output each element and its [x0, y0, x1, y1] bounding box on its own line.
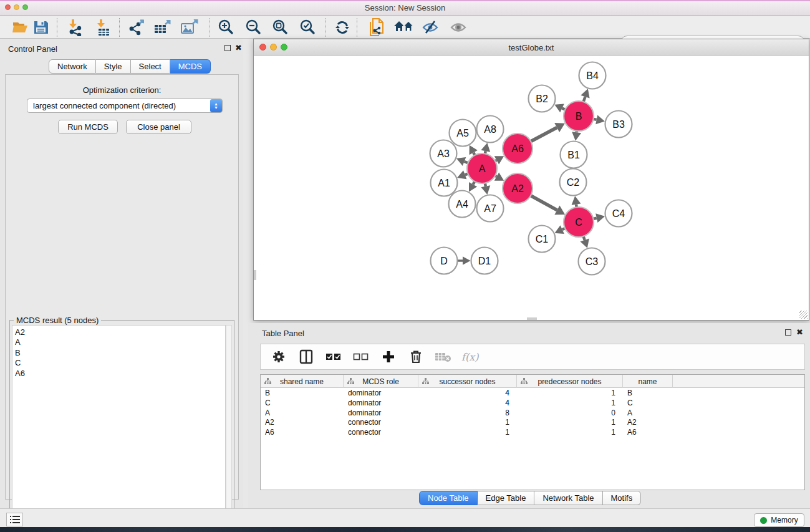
graph-edge-arrowhead: [572, 196, 581, 205]
control-panel-title: Control Panel: [8, 44, 57, 54]
column-header-predecessor-nodes[interactable]: predecessor nodes: [517, 375, 623, 388]
graph-node-label: A1: [438, 178, 450, 188]
mcds-result-list[interactable]: A2ABCA6: [12, 325, 226, 530]
tab-style[interactable]: Style: [96, 59, 131, 74]
tab-network-table[interactable]: Network Table: [534, 491, 602, 505]
memory-button[interactable]: Memory: [754, 513, 804, 527]
graph-node-label: D1: [478, 256, 491, 266]
mcds-result-groupbox: MCDS result (5 nodes) A2ABCA6: [9, 320, 234, 532]
zoom-out-icon[interactable]: [243, 18, 264, 37]
mcds-result-item[interactable]: B: [15, 348, 225, 358]
table-cell: A6: [261, 428, 344, 438]
mcds-result-title: MCDS result (5 nodes): [14, 316, 101, 325]
zoom-selected-icon[interactable]: [297, 18, 318, 37]
table-cell: dominator: [344, 389, 418, 399]
network-window-title: testGlobe.txt: [254, 43, 809, 52]
home-icon[interactable]: [393, 18, 415, 37]
refresh-icon[interactable]: [332, 18, 353, 37]
network-view-window: testGlobe.txt B4B2BB3A8A5A6A3B1AC2A1A2A4…: [253, 39, 809, 321]
select-all-columns-icon[interactable]: [324, 348, 343, 365]
network-window-titlebar[interactable]: testGlobe.txt: [254, 39, 809, 56]
export-image-icon[interactable]: [179, 18, 200, 37]
table-cell: 1: [517, 399, 623, 409]
float-table-panel-icon[interactable]: [785, 329, 791, 336]
mcds-list-scrollbar[interactable]: [226, 325, 232, 530]
mcds-tab-content: Optimization criterion: largest connecte…: [5, 74, 239, 500]
graph-node-label: A3: [437, 148, 450, 159]
table-panel-tabs: Node Table Edge Table Network Table Moti…: [419, 491, 641, 505]
table-cell: C: [623, 399, 673, 409]
graph-node-label: B4: [586, 70, 599, 81]
graph-node-label: A2: [511, 183, 524, 194]
zoom-fit-icon[interactable]: [269, 18, 291, 37]
table-panel-title: Table Panel: [262, 329, 304, 338]
column-header-name[interactable]: name: [623, 375, 673, 388]
table-row[interactable]: Cdominator41C: [261, 399, 804, 409]
network-graph-canvas[interactable]: B4B2BB3A8A5A6A3B1AC2A1A2A4A7C4CC1C3DD1: [254, 56, 809, 320]
graph-node-label: D: [440, 256, 448, 266]
graph-node-label: A6: [511, 143, 524, 154]
table-row[interactable]: A2connector11A2: [261, 418, 804, 428]
float-panel-icon[interactable]: [224, 45, 231, 51]
export-table-icon[interactable]: [152, 18, 173, 37]
tab-select[interactable]: Select: [131, 59, 170, 74]
tab-motifs[interactable]: Motifs: [603, 491, 642, 505]
column-header-mcds-role[interactable]: MCDS role: [344, 375, 418, 388]
desktop-background-strip: [0, 527, 810, 532]
graph-edge-arrowhead: [463, 256, 471, 264]
tree-icon: [264, 378, 271, 385]
list-icon: [10, 516, 20, 524]
table-cell: A: [261, 409, 344, 418]
mcds-result-item[interactable]: A6: [15, 369, 225, 379]
save-session-icon[interactable]: [31, 18, 52, 37]
show-graphics-details-icon[interactable]: [448, 18, 470, 37]
table-cell: 4: [418, 399, 517, 409]
open-session-icon[interactable]: [10, 18, 31, 37]
table-row[interactable]: Adominator80A: [261, 409, 804, 418]
table-options-gear-icon[interactable]: [269, 348, 288, 365]
show-columns-icon[interactable]: [297, 348, 316, 365]
close-table-panel-icon[interactable]: ✖: [796, 329, 803, 336]
window-resize-grip[interactable]: [799, 311, 808, 319]
zoom-in-icon[interactable]: [215, 18, 236, 37]
canvas-vertical-scroll-nub[interactable]: [254, 270, 256, 280]
open-network-file-icon[interactable]: [366, 18, 387, 37]
close-panel-button[interactable]: Close panel: [126, 120, 191, 134]
control-panel-tabs: Network Style Select MCDS: [49, 59, 211, 74]
close-panel-icon[interactable]: ✖: [235, 45, 242, 51]
column-header-shared-name[interactable]: shared name: [261, 375, 344, 388]
optimization-criterion-dropdown[interactable]: largest connected component (directed) ▲…: [27, 99, 223, 113]
export-network-icon[interactable]: [126, 18, 147, 37]
mcds-result-item[interactable]: A: [15, 337, 225, 347]
import-table-icon[interactable]: [93, 18, 114, 37]
mcds-result-item[interactable]: A2: [15, 327, 225, 337]
delete-columns-icon[interactable]: [407, 348, 425, 365]
graph-node-label: A5: [456, 128, 469, 138]
tab-network[interactable]: Network: [49, 59, 96, 74]
graph-node-label: B1: [567, 150, 580, 160]
table-row[interactable]: A6connector11A6: [261, 428, 804, 438]
import-network-icon[interactable]: [65, 18, 86, 37]
canvas-horizontal-scroll-nub[interactable]: [527, 317, 537, 320]
status-bar: Memory: [0, 508, 810, 527]
table-cell: 1: [517, 428, 623, 438]
graph-edge-arrowhead: [481, 143, 490, 152]
hide-graphics-details-icon[interactable]: [420, 18, 441, 37]
node-table-header: shared name MCDS role successor nodes pr…: [261, 375, 804, 388]
table-cell: 1: [517, 418, 623, 428]
column-header-successor-nodes[interactable]: successor nodes: [418, 375, 517, 388]
run-mcds-button[interactable]: Run MCDS: [58, 120, 118, 134]
tab-edge-table[interactable]: Edge Table: [478, 491, 535, 505]
unselect-all-columns-icon[interactable]: [352, 348, 370, 365]
tab-node-table[interactable]: Node Table: [419, 491, 478, 505]
table-cell: dominator: [344, 409, 418, 418]
task-history-button[interactable]: [6, 513, 23, 526]
table-cell: B: [623, 389, 673, 399]
delete-table-icon: [434, 348, 453, 365]
create-column-icon[interactable]: [379, 348, 398, 365]
graph-node-label: A7: [484, 203, 496, 214]
tab-mcds[interactable]: MCDS: [170, 59, 211, 74]
graph-node-label: A8: [484, 124, 496, 135]
table-row[interactable]: Bdominator41B: [261, 389, 804, 399]
mcds-result-item[interactable]: C: [15, 358, 225, 368]
